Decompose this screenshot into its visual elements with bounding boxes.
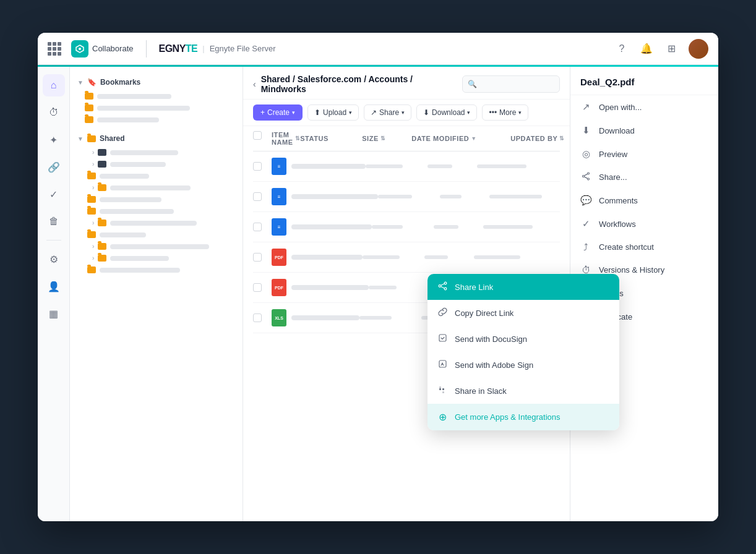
table-row[interactable]: ≡: [253, 151, 560, 182]
sidebar-trash-icon[interactable]: 🗑: [43, 210, 65, 232]
more-button[interactable]: ••• More ▾: [482, 104, 528, 121]
bookmark-item-3[interactable]: [75, 114, 238, 126]
shared-folder-3[interactable]: [75, 194, 238, 205]
shared-sub-6[interactable]: ›: [75, 252, 238, 264]
share-chevron: ▾: [402, 109, 405, 116]
row-checkbox[interactable]: [253, 253, 262, 262]
filename-bar: [291, 194, 378, 199]
share-icon: ↗: [371, 108, 377, 117]
col-date[interactable]: Date Modified ▼: [411, 131, 510, 146]
row-checkbox[interactable]: [253, 223, 262, 231]
sidebar-settings-icon[interactable]: ⚙: [43, 248, 65, 270]
check-all[interactable]: [253, 131, 272, 146]
brand: EGNYTE | Egnyte File Server: [159, 43, 276, 54]
panel-title: Deal_Q2.pdf: [570, 77, 718, 95]
slack-label: Share in Slack: [455, 386, 507, 396]
upload-chevron: ▾: [349, 109, 352, 116]
table-row[interactable]: ≡: [253, 212, 560, 242]
panel-share[interactable]: Share...: [570, 166, 718, 189]
apps-icon[interactable]: ⊞: [664, 41, 679, 56]
slack-item[interactable]: Share in Slack: [427, 378, 619, 404]
apps-grid-icon[interactable]: [48, 42, 61, 56]
sidebar-grid-icon[interactable]: ▦: [43, 302, 65, 325]
breadcrumb-search[interactable]: 🔍: [462, 75, 560, 93]
sidebar-recent-icon[interactable]: ⏱: [43, 101, 65, 124]
panel-workflows[interactable]: ✓ Workflows: [570, 212, 718, 236]
panel-share-label: Share...: [599, 173, 627, 182]
shared-folder-4[interactable]: [75, 205, 238, 217]
bell-icon[interactable]: 🔔: [639, 41, 654, 56]
create-button[interactable]: + Create ▾: [253, 104, 303, 121]
shared-sub-4[interactable]: ›: [75, 217, 238, 229]
bookmark-item-2[interactable]: [75, 102, 238, 114]
xls-icon: XLS: [272, 309, 286, 326]
avatar[interactable]: [689, 39, 708, 59]
row-checkbox[interactable]: [253, 313, 262, 322]
folder-icon: [87, 196, 96, 203]
upload-button[interactable]: ⬆ Upload ▾: [307, 104, 359, 121]
more-dots-icon: •••: [489, 108, 497, 117]
brand-subtitle: Egnyte File Server: [210, 44, 276, 53]
svg-line-4: [584, 174, 587, 176]
row-checkbox[interactable]: [253, 162, 262, 171]
bookmarks-header[interactable]: ▼ 🔖 Bookmarks: [75, 74, 238, 90]
sub-bar: [110, 150, 178, 155]
shared-folder-2[interactable]: [75, 170, 238, 182]
row-checkbox[interactable]: [253, 192, 262, 201]
sidebar-shared-icon[interactable]: ✦: [43, 129, 65, 151]
svg-point-0: [79, 48, 81, 50]
panel-open-with[interactable]: ↗ Open with...: [570, 95, 718, 119]
panel-comments[interactable]: 💬 Comments: [570, 189, 718, 212]
share-dots-icon: [580, 172, 591, 182]
shared-header[interactable]: ▼ Shared: [75, 130, 238, 147]
sidebar-user-icon[interactable]: 👤: [43, 275, 65, 297]
row-checkbox[interactable]: [253, 283, 262, 292]
col-name[interactable]: Item Name ⇅: [272, 131, 300, 146]
pdf-icon: PDF: [272, 279, 286, 296]
share-link-item[interactable]: Share Link: [427, 274, 619, 300]
shared-sub-3[interactable]: ›: [75, 182, 238, 194]
table-row[interactable]: ≡: [253, 182, 560, 212]
date-bar: [483, 225, 533, 229]
shared-folder-6[interactable]: [75, 264, 238, 276]
collaborate-tab[interactable]: Collaborate: [71, 40, 134, 58]
download-icon: ⬇: [423, 108, 429, 117]
date-bar: [477, 164, 526, 168]
panel-download[interactable]: ⬇ Download: [570, 119, 718, 142]
svg-rect-16: [442, 391, 444, 393]
folder-icon: [87, 173, 96, 179]
docusign-item[interactable]: Send with DocuSign: [427, 326, 619, 352]
slack-icon: [437, 385, 447, 396]
bookmark-item-1[interactable]: [75, 90, 238, 102]
sidebar-home-icon[interactable]: ⌂: [43, 74, 65, 96]
sidebar-links-icon[interactable]: 🔗: [43, 156, 65, 178]
shared-sub-2[interactable]: ›: [75, 158, 238, 170]
status-bar: [359, 316, 392, 320]
upload-label: Upload: [323, 108, 346, 117]
shared-sub-5[interactable]: ›: [75, 241, 238, 252]
download-chevron: ▾: [467, 109, 470, 116]
panel-comments-label: Comments: [599, 196, 638, 205]
help-icon[interactable]: ?: [614, 41, 629, 56]
back-button[interactable]: ‹: [253, 79, 256, 89]
date-bar: [474, 255, 520, 259]
panel-open-with-label: Open with...: [599, 103, 642, 112]
download-button[interactable]: ⬇ Download ▾: [416, 104, 477, 121]
col-size[interactable]: Size ⇅: [362, 131, 411, 146]
table-row[interactable]: PDF: [253, 242, 560, 273]
share-button[interactable]: ↗ Share ▾: [364, 104, 411, 121]
cell-name: XLS: [272, 309, 359, 326]
panel-create-shortcut[interactable]: ⤴ Create shortcut: [570, 236, 718, 258]
sidebar-tasks-icon[interactable]: ✓: [43, 183, 65, 205]
topbar-divider: [146, 40, 147, 58]
search-icon: 🔍: [468, 80, 477, 88]
copy-direct-link-item[interactable]: Copy Direct Link: [427, 300, 619, 326]
shared-folder-5[interactable]: [75, 229, 238, 241]
shared-sub-1[interactable]: ›: [75, 147, 238, 158]
col-updated[interactable]: Updated By ⇅: [510, 131, 570, 146]
folder-icon: [85, 104, 93, 111]
adobe-sign-item[interactable]: Send with Adobe Sign: [427, 352, 619, 378]
get-apps-item[interactable]: ⊕ Get more Apps & Integrations: [427, 404, 619, 430]
upload-icon: ⬆: [314, 108, 320, 117]
panel-preview[interactable]: ◎ Preview: [570, 142, 718, 166]
